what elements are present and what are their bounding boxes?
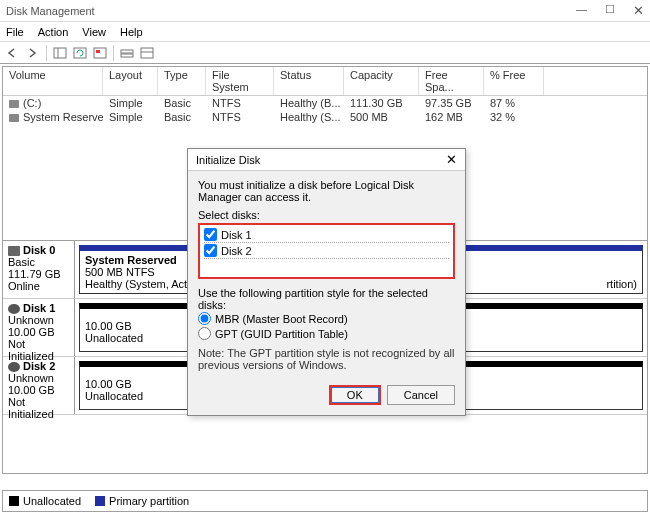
dialog-close-icon[interactable]: ✕ <box>446 152 457 167</box>
svg-rect-4 <box>96 50 100 53</box>
toolbar <box>0 42 650 64</box>
mbr-radio[interactable] <box>198 312 211 325</box>
volume-icon <box>9 114 19 122</box>
initialize-disk-dialog: Initialize Disk ✕ You must initialize a … <box>187 148 466 416</box>
close-icon[interactable]: ✕ <box>633 3 644 18</box>
col-filesystem[interactable]: File System <box>206 67 274 95</box>
table-row[interactable]: System Reserved Simple Basic NTFS Health… <box>3 110 647 124</box>
back-icon[interactable] <box>4 44 22 62</box>
col-free[interactable]: Free Spa... <box>419 67 484 95</box>
table-row[interactable]: (C:) Simple Basic NTFS Healthy (B... 111… <box>3 96 647 110</box>
toolbar-icon-1[interactable] <box>51 44 69 62</box>
gpt-radio[interactable] <box>198 327 211 340</box>
disk-unknown-icon <box>8 362 20 372</box>
gpt-radio-row[interactable]: GPT (GUID Partition Table) <box>198 326 455 341</box>
legend-label: Primary partition <box>109 495 189 507</box>
menu-help[interactable]: Help <box>120 26 143 38</box>
toolbar-icon-5[interactable] <box>138 44 156 62</box>
svg-rect-6 <box>121 54 133 57</box>
toolbar-icon-4[interactable] <box>118 44 136 62</box>
legend: Unallocated Primary partition <box>2 490 648 512</box>
volume-icon <box>9 100 19 108</box>
svg-rect-0 <box>54 48 66 58</box>
disk1-checkbox[interactable] <box>204 228 217 241</box>
menu-action[interactable]: Action <box>38 26 69 38</box>
refresh-icon[interactable] <box>71 44 89 62</box>
table-header: Volume Layout Type File System Status Ca… <box>3 67 647 96</box>
toolbar-icon-3[interactable] <box>91 44 109 62</box>
legend-swatch-primary <box>95 496 105 506</box>
dialog-message: You must initialize a disk before Logica… <box>198 179 455 203</box>
forward-icon[interactable] <box>24 44 42 62</box>
svg-rect-5 <box>121 50 133 53</box>
disk2-checkbox[interactable] <box>204 244 217 257</box>
disk-select-list: Disk 1 Disk 2 <box>198 223 455 279</box>
col-pfree[interactable]: % Free <box>484 67 544 95</box>
partition-style-label: Use the following partition style for th… <box>198 287 455 311</box>
maximize-icon[interactable]: ☐ <box>605 3 615 18</box>
titlebar: Disk Management — ☐ ✕ <box>0 0 650 22</box>
ok-button[interactable]: OK <box>329 385 381 405</box>
disk-checkbox-row[interactable]: Disk 2 <box>204 243 449 259</box>
window-title: Disk Management <box>6 5 576 17</box>
menubar: File Action View Help <box>0 22 650 42</box>
menu-file[interactable]: File <box>6 26 24 38</box>
col-capacity[interactable]: Capacity <box>344 67 419 95</box>
dialog-title: Initialize Disk <box>196 154 446 166</box>
legend-swatch-unallocated <box>9 496 19 506</box>
col-status[interactable]: Status <box>274 67 344 95</box>
disk-icon <box>8 246 20 256</box>
select-disks-label: Select disks: <box>198 209 455 221</box>
disk-checkbox-row[interactable]: Disk 1 <box>204 227 449 243</box>
col-type[interactable]: Type <box>158 67 206 95</box>
disk-unknown-icon <box>8 304 20 314</box>
cancel-button[interactable]: Cancel <box>387 385 455 405</box>
col-layout[interactable]: Layout <box>103 67 158 95</box>
gpt-note: Note: The GPT partition style is not rec… <box>198 347 455 371</box>
svg-rect-7 <box>141 48 153 58</box>
minimize-icon[interactable]: — <box>576 3 587 18</box>
menu-view[interactable]: View <box>82 26 106 38</box>
legend-label: Unallocated <box>23 495 81 507</box>
col-volume[interactable]: Volume <box>3 67 103 95</box>
mbr-radio-row[interactable]: MBR (Master Boot Record) <box>198 311 455 326</box>
